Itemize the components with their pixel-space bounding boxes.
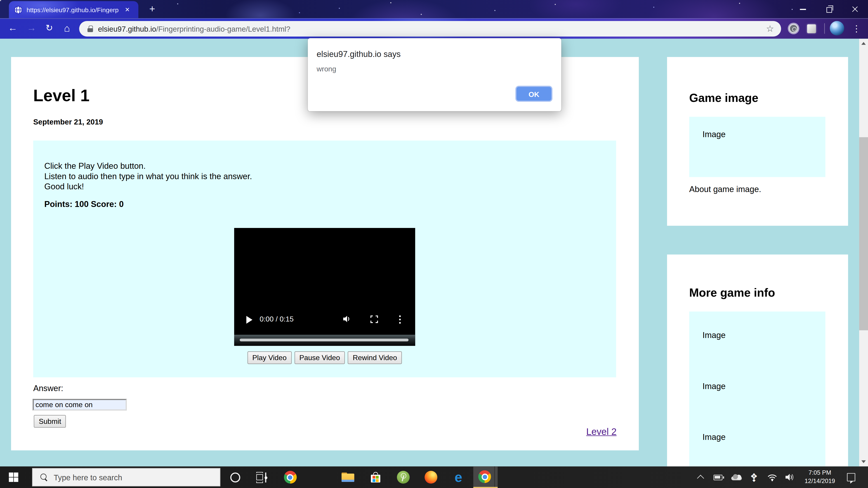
url-path: /Fingerprinting-audio-game/Level1.html?: [156, 25, 290, 33]
chrome-icon: [478, 470, 491, 483]
windows-logo-icon: [8, 473, 18, 482]
screen: https://elsieu97.github.io/Fingerp × + ←…: [0, 0, 868, 488]
firefox-icon: [424, 471, 437, 484]
main-content-card: Level 1 September 21, 2019 Click the Pla…: [11, 57, 639, 450]
instruction-panel: Click the Play Video button. Listen to a…: [33, 140, 616, 377]
chrome-icon: [284, 471, 296, 484]
battery-icon: [714, 475, 722, 480]
browser-tab-bar: https://elsieu97.github.io/Fingerp × +: [0, 0, 868, 18]
firefox-button[interactable]: [424, 466, 437, 488]
scrollbar-thumb[interactable]: [859, 137, 868, 330]
file-explorer-icon: [341, 472, 354, 482]
back-icon[interactable]: ←: [5, 18, 20, 39]
page-title: Level 1: [33, 86, 90, 105]
pause-video-button[interactable]: Pause Video: [294, 351, 345, 364]
image-alt-label: Image: [703, 432, 725, 442]
action-center-icon: [847, 473, 855, 482]
globe-favicon-icon: [14, 5, 23, 14]
dropbox-tray-button[interactable]: ❖◆: [748, 466, 760, 488]
reload-icon[interactable]: ↻: [42, 18, 57, 39]
scroll-down-icon[interactable]: [862, 460, 866, 463]
play-video-button[interactable]: Play Video: [247, 351, 291, 364]
hidden-icons-chevron[interactable]: [694, 466, 706, 488]
restore-button[interactable]: [816, 0, 842, 18]
url-text[interactable]: elsieu97.github.io/Fingerprinting-audio-…: [98, 25, 290, 33]
image-alt-label: Image: [703, 330, 725, 340]
scrollbar[interactable]: [859, 39, 868, 466]
image-alt-label: Image: [703, 129, 725, 139]
scroll-up-icon[interactable]: [862, 42, 866, 45]
submit-button[interactable]: Submit: [34, 415, 66, 428]
microsoft-store-button[interactable]: [369, 466, 382, 488]
instructions: Click the Play Video button. Listen to a…: [44, 161, 252, 192]
file-explorer-button[interactable]: [341, 466, 354, 488]
more-game-info-card: More game info Image Image Image: [667, 255, 848, 466]
browser-toolbar: ← → ↻ ⌂ elsieu97.github.io/Fingerprintin…: [0, 18, 868, 39]
extension-target-icon[interactable]: [789, 24, 798, 33]
new-tab-button[interactable]: +: [146, 3, 159, 16]
start-button[interactable]: [0, 466, 27, 488]
video-overflow-icon[interactable]: [399, 315, 401, 324]
profile-avatar[interactable]: [830, 21, 844, 35]
taskbar-chrome-button[interactable]: [283, 466, 297, 488]
taskbar: e ❖◆: [0, 466, 868, 488]
game-image-caption: About game image.: [689, 184, 761, 194]
minimize-button[interactable]: [790, 0, 816, 18]
instruction-line: Good luck!: [44, 182, 252, 192]
answer-input[interactable]: [33, 399, 127, 411]
page-date: September 21, 2019: [33, 118, 103, 126]
bookmark-star-icon[interactable]: ☆: [765, 21, 776, 37]
score-line: Points: 100 Score: 0: [44, 199, 124, 209]
chevron-up-icon: [697, 475, 704, 482]
taskbar-chrome-active-button[interactable]: [473, 466, 498, 488]
instruction-line: Listen to audio then type in what you th…: [44, 171, 252, 182]
alert-message: wrong: [317, 65, 336, 73]
close-window-button[interactable]: [842, 0, 868, 18]
action-center-button[interactable]: [845, 466, 857, 488]
taskbar-clock[interactable]: 7:05 PM 12/14/2019: [802, 468, 838, 485]
wifi-icon: [767, 473, 777, 482]
extension-cube-icon[interactable]: [807, 24, 816, 33]
microsoft-store-icon: [371, 472, 380, 483]
image-alt-label: Image: [703, 381, 725, 391]
cortana-button[interactable]: [228, 466, 242, 488]
wifi-tray-button[interactable]: [767, 466, 778, 488]
mute-icon[interactable]: [343, 315, 351, 323]
edge-button[interactable]: e: [452, 466, 465, 488]
browser-menu-icon[interactable]: ⋮: [852, 22, 860, 35]
forward-icon: →: [24, 18, 39, 39]
video-player[interactable]: 0:00 / 0:15: [234, 228, 415, 346]
onedrive-tray-button[interactable]: [731, 466, 742, 488]
clock-time: 7:05 PM: [802, 468, 838, 477]
window-controls: [790, 0, 868, 18]
rewind-video-button[interactable]: Rewind Video: [348, 351, 402, 364]
video-button-row: Play Video Pause Video Rewind Video: [234, 351, 415, 364]
url-domain: elsieu97.github.io: [98, 25, 156, 33]
home-icon[interactable]: ⌂: [60, 18, 74, 39]
more-info-images: Image Image Image: [689, 312, 825, 466]
address-bar[interactable]: elsieu97.github.io/Fingerprinting-audio-…: [79, 21, 781, 37]
battery-tray-button[interactable]: [712, 466, 723, 488]
window-group-divider: [494, 466, 495, 486]
padlock-icon[interactable]: [88, 26, 93, 32]
taskbar-search[interactable]: [32, 468, 220, 486]
tab-close-icon[interactable]: ×: [123, 5, 132, 14]
task-view-button[interactable]: [254, 466, 269, 488]
search-input[interactable]: [53, 472, 208, 482]
fullscreen-icon[interactable]: [370, 315, 378, 323]
search-icon: [40, 473, 48, 482]
more-info-heading: More game info: [689, 286, 775, 299]
video-seek-bar[interactable]: [234, 335, 415, 346]
ok-button[interactable]: OK: [515, 86, 553, 102]
seek-track[interactable]: [240, 339, 408, 341]
volume-icon: [785, 473, 795, 482]
android-studio-button[interactable]: [396, 466, 410, 488]
level-2-link[interactable]: Level 2: [586, 427, 616, 437]
browser-tab[interactable]: https://elsieu97.github.io/Fingerp ×: [9, 1, 138, 18]
play-icon[interactable]: [246, 316, 252, 324]
volume-tray-button[interactable]: [784, 466, 796, 488]
game-image-heading: Game image: [689, 91, 758, 105]
alert-title: elsieu97.github.io says: [317, 49, 401, 59]
clock-date: 12/14/2019: [802, 477, 838, 485]
video-time: 0:00 / 0:15: [260, 315, 293, 323]
